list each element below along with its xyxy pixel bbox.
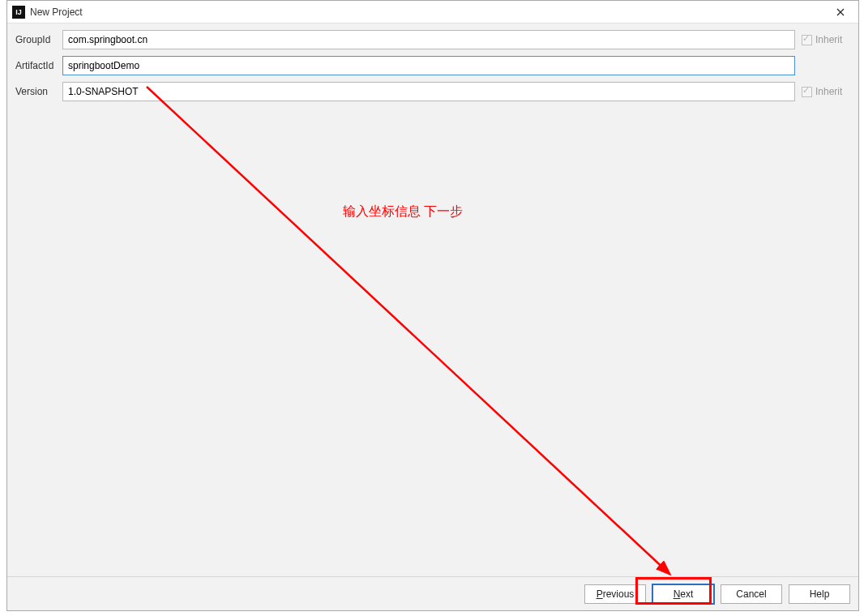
version-label: Version: [15, 86, 62, 97]
cancel-button[interactable]: Cancel: [721, 584, 782, 604]
next-button[interactable]: Next: [652, 584, 714, 604]
annotation-text: 输入坐标信息 下一步: [343, 203, 463, 220]
titlebar: IJ New Project: [7, 1, 858, 24]
version-input[interactable]: [62, 82, 795, 101]
groupid-label: GroupId: [15, 34, 62, 45]
help-button[interactable]: Help: [789, 584, 850, 604]
groupid-input[interactable]: [62, 30, 795, 49]
version-inherit: Inherit: [802, 86, 850, 97]
groupid-row: GroupId Inherit: [15, 30, 850, 49]
annotation-arrow: [7, 24, 858, 576]
artifactid-label: ArtifactId: [15, 60, 62, 71]
groupid-inherit: Inherit: [802, 34, 850, 45]
new-project-dialog: IJ New Project GroupId Inherit ArtifactI…: [6, 0, 859, 611]
close-icon: [836, 8, 845, 16]
svg-line-1: [147, 87, 669, 573]
artifactid-input[interactable]: [62, 56, 795, 75]
inherit-label: Inherit: [815, 86, 842, 97]
window-title: New Project: [30, 6, 823, 18]
artifactid-row: ArtifactId Inherit: [15, 56, 850, 75]
intellij-icon: IJ: [12, 6, 25, 19]
close-button[interactable]: [823, 1, 858, 24]
checkbox-icon: [802, 87, 812, 97]
checkbox-icon: [802, 35, 812, 45]
inherit-label: Inherit: [815, 34, 842, 45]
version-row: Version Inherit: [15, 82, 850, 101]
button-bar: Previous Next Cancel Help: [7, 576, 858, 610]
previous-button[interactable]: Previous: [584, 584, 646, 604]
dialog-content: GroupId Inherit ArtifactId Inherit Versi…: [7, 24, 858, 576]
